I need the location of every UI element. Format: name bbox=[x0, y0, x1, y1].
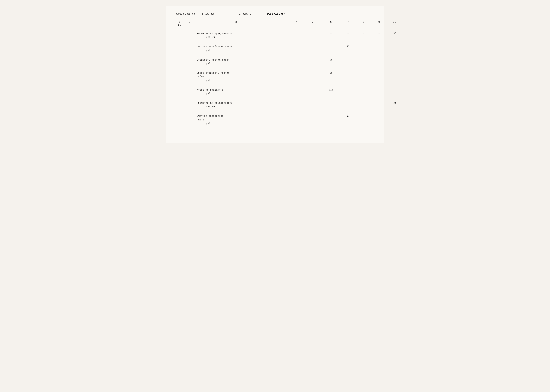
table-row: Итого по разделу 5 руб. 2I3 – – – – bbox=[176, 88, 375, 96]
cell-col8: – bbox=[340, 101, 356, 106]
cell-col9: – bbox=[356, 88, 372, 93]
cell-col7: – bbox=[322, 114, 340, 119]
cell-col1 bbox=[176, 70, 183, 72]
col-header-3: 3 bbox=[196, 21, 277, 23]
cell-col8: – bbox=[340, 31, 356, 36]
cell-col2 bbox=[183, 44, 196, 46]
cell-col11: – bbox=[387, 114, 402, 119]
cell-col9: – bbox=[356, 101, 372, 106]
cell-col8: 27 bbox=[340, 114, 356, 118]
cell-description: Нормативная трудоемкость чел.–ч bbox=[196, 31, 277, 40]
doc-number: 903–9–28.89 bbox=[176, 13, 196, 16]
cell-col6 bbox=[303, 31, 322, 33]
cell-col6 bbox=[303, 70, 322, 72]
table-row: Сметная заработнаяплата руб. – 27 – – – bbox=[176, 114, 375, 126]
desc-sub-text: руб. bbox=[197, 79, 275, 82]
cell-description: Итого по разделу 5 руб. bbox=[196, 88, 277, 96]
cell-col6 bbox=[303, 114, 322, 115]
cell-col5 bbox=[291, 70, 303, 72]
cell-col6 bbox=[303, 101, 322, 102]
cell-col2 bbox=[183, 70, 196, 72]
cell-description: Сметная заработная плата руб. bbox=[196, 44, 277, 53]
desc-main-text: Сметная заработная плата bbox=[197, 45, 275, 49]
cell-col7: I5 bbox=[322, 57, 340, 62]
page-container: 903–9–28.89 Альб.IO – I09 – 24154-07 I 2… bbox=[166, 6, 384, 143]
col-header-6: 6 bbox=[322, 21, 340, 23]
cell-col10: – bbox=[372, 44, 387, 49]
cell-col1 bbox=[176, 44, 183, 46]
cell-col10: – bbox=[372, 101, 387, 106]
cell-col4 bbox=[277, 70, 291, 72]
col-header-5: 5 bbox=[303, 21, 322, 23]
cell-col5 bbox=[291, 88, 303, 89]
desc-main-text: Нормативная трудоемкость bbox=[197, 101, 275, 105]
content-area: Нормативная трудоемкость чел.–ч – – – – … bbox=[176, 28, 375, 126]
col-header-2: 2 bbox=[183, 21, 196, 23]
desc-sub-text: руб. bbox=[197, 122, 275, 125]
cell-col6 bbox=[303, 57, 322, 59]
cell-col11: – bbox=[387, 57, 402, 63]
cell-col8: – bbox=[340, 57, 356, 63]
cell-col4 bbox=[277, 114, 291, 115]
desc-sub-text: руб. bbox=[197, 49, 275, 52]
cell-col1 bbox=[176, 57, 183, 59]
cell-description: Нормативная трудоемкость чел.–ч bbox=[196, 101, 277, 109]
columns-row: I 2 3 4 5 6 7 8 9 IO II bbox=[176, 19, 375, 28]
cell-col7: 2I3 bbox=[322, 88, 340, 92]
cell-col1 bbox=[176, 101, 183, 102]
cell-col5 bbox=[291, 44, 303, 46]
table-row: Сметная заработная плата руб. – 27 – – – bbox=[176, 44, 375, 53]
cell-col7: I5 bbox=[322, 70, 340, 75]
cell-col5 bbox=[291, 114, 303, 115]
cell-col7: – bbox=[322, 101, 340, 106]
cell-col2 bbox=[183, 114, 196, 115]
cell-col10: – bbox=[372, 57, 387, 63]
cell-col11: – bbox=[387, 44, 402, 49]
cell-col9: – bbox=[356, 57, 372, 63]
cell-col7: – bbox=[322, 44, 340, 49]
col-header-10: IO bbox=[387, 21, 402, 23]
doc-page: – I09 – bbox=[239, 13, 251, 16]
desc-sub-text: чел.–ч bbox=[197, 105, 275, 108]
cell-col8: – bbox=[340, 70, 356, 76]
cell-col5 bbox=[291, 57, 303, 59]
cell-col11: – bbox=[387, 70, 402, 76]
desc-main-text: Нормативная трудоемкость bbox=[197, 32, 275, 35]
cell-col9: – bbox=[356, 70, 372, 76]
col-header-4: 4 bbox=[291, 21, 303, 23]
desc-main-text: Стоимость прочих работ bbox=[197, 58, 275, 62]
desc-sub-text: руб. bbox=[197, 62, 275, 65]
cell-col11: 38 bbox=[387, 101, 402, 105]
doc-album: Альб.IO bbox=[202, 13, 214, 16]
cell-col7: – bbox=[322, 31, 340, 36]
cell-col4 bbox=[277, 57, 291, 59]
desc-main-text: Всего стоимость прочихработ bbox=[197, 71, 275, 79]
table-row: Нормативная трудоемкость чел.–ч – – – – … bbox=[176, 31, 375, 40]
cell-col4 bbox=[277, 88, 291, 89]
cell-col10: – bbox=[372, 31, 387, 36]
col-header-11: II bbox=[176, 23, 183, 26]
table-row: Всего стоимость прочихработ руб. I5 – – … bbox=[176, 70, 375, 83]
cell-col4 bbox=[277, 44, 291, 46]
cell-col11: 38 bbox=[387, 31, 402, 36]
header-row: 903–9–28.89 Альб.IO – I09 – 24154-07 bbox=[176, 13, 375, 16]
cell-col1 bbox=[176, 88, 183, 89]
desc-sub-text: руб. bbox=[197, 92, 275, 95]
cell-col6 bbox=[303, 44, 322, 46]
desc-main-text: Сметная заработнаяплата bbox=[197, 114, 275, 122]
cell-col10: – bbox=[372, 88, 387, 93]
cell-col9: – bbox=[356, 44, 372, 49]
col-header-9: 9 bbox=[372, 21, 387, 23]
cell-col8: – bbox=[340, 88, 356, 93]
cell-col10: – bbox=[372, 70, 387, 76]
cell-col2 bbox=[183, 101, 196, 102]
col-header-1: I bbox=[176, 21, 183, 23]
cell-col6 bbox=[303, 88, 322, 89]
desc-main-text: Итого по разделу 5 bbox=[197, 88, 275, 92]
col-header-8: 8 bbox=[356, 21, 372, 23]
cell-col10: – bbox=[372, 114, 387, 119]
cell-col5 bbox=[291, 31, 303, 33]
cell-col2 bbox=[183, 57, 196, 59]
cell-col11: – bbox=[387, 88, 402, 93]
cell-col2 bbox=[183, 88, 196, 89]
